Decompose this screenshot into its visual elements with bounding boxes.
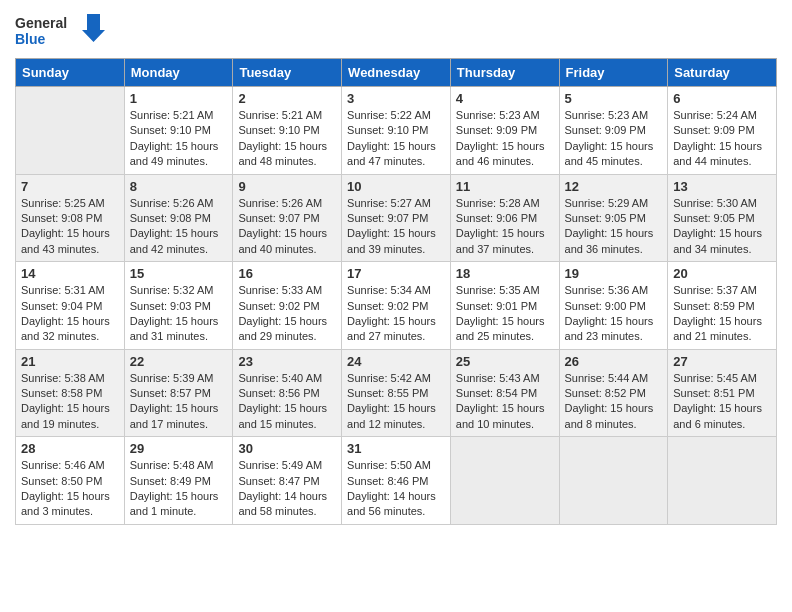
day-number: 3 [347,91,445,106]
calendar-cell: 4Sunrise: 5:23 AM Sunset: 9:09 PM Daylig… [450,87,559,175]
day-info: Sunrise: 5:43 AM Sunset: 8:54 PM Dayligh… [456,371,554,433]
weekday-header-saturday: Saturday [668,59,777,87]
calendar-cell: 15Sunrise: 5:32 AM Sunset: 9:03 PM Dayli… [124,262,233,350]
day-number: 8 [130,179,228,194]
day-number: 5 [565,91,663,106]
day-number: 10 [347,179,445,194]
day-number: 4 [456,91,554,106]
day-info: Sunrise: 5:38 AM Sunset: 8:58 PM Dayligh… [21,371,119,433]
calendar-cell: 12Sunrise: 5:29 AM Sunset: 9:05 PM Dayli… [559,174,668,262]
day-info: Sunrise: 5:31 AM Sunset: 9:04 PM Dayligh… [21,283,119,345]
day-number: 25 [456,354,554,369]
day-number: 30 [238,441,336,456]
calendar-week-row: 7Sunrise: 5:25 AM Sunset: 9:08 PM Daylig… [16,174,777,262]
calendar-week-row: 21Sunrise: 5:38 AM Sunset: 8:58 PM Dayli… [16,349,777,437]
day-number: 29 [130,441,228,456]
day-info: Sunrise: 5:23 AM Sunset: 9:09 PM Dayligh… [565,108,663,170]
calendar-week-row: 14Sunrise: 5:31 AM Sunset: 9:04 PM Dayli… [16,262,777,350]
calendar-cell: 21Sunrise: 5:38 AM Sunset: 8:58 PM Dayli… [16,349,125,437]
calendar-cell: 23Sunrise: 5:40 AM Sunset: 8:56 PM Dayli… [233,349,342,437]
day-info: Sunrise: 5:28 AM Sunset: 9:06 PM Dayligh… [456,196,554,258]
day-info: Sunrise: 5:35 AM Sunset: 9:01 PM Dayligh… [456,283,554,345]
weekday-header-sunday: Sunday [16,59,125,87]
svg-text:General: General [15,15,67,31]
svg-text:Blue: Blue [15,31,46,47]
day-info: Sunrise: 5:48 AM Sunset: 8:49 PM Dayligh… [130,458,228,520]
day-number: 13 [673,179,771,194]
day-info: Sunrise: 5:24 AM Sunset: 9:09 PM Dayligh… [673,108,771,170]
day-info: Sunrise: 5:33 AM Sunset: 9:02 PM Dayligh… [238,283,336,345]
day-number: 27 [673,354,771,369]
day-number: 21 [21,354,119,369]
day-number: 19 [565,266,663,281]
day-info: Sunrise: 5:46 AM Sunset: 8:50 PM Dayligh… [21,458,119,520]
calendar-cell [16,87,125,175]
day-number: 20 [673,266,771,281]
day-info: Sunrise: 5:45 AM Sunset: 8:51 PM Dayligh… [673,371,771,433]
weekday-header-row: SundayMondayTuesdayWednesdayThursdayFrid… [16,59,777,87]
day-number: 9 [238,179,336,194]
calendar-week-row: 1Sunrise: 5:21 AM Sunset: 9:10 PM Daylig… [16,87,777,175]
calendar-cell: 29Sunrise: 5:48 AM Sunset: 8:49 PM Dayli… [124,437,233,525]
day-info: Sunrise: 5:26 AM Sunset: 9:07 PM Dayligh… [238,196,336,258]
day-info: Sunrise: 5:37 AM Sunset: 8:59 PM Dayligh… [673,283,771,345]
day-number: 26 [565,354,663,369]
day-number: 15 [130,266,228,281]
day-number: 16 [238,266,336,281]
weekday-header-friday: Friday [559,59,668,87]
calendar-cell: 2Sunrise: 5:21 AM Sunset: 9:10 PM Daylig… [233,87,342,175]
day-info: Sunrise: 5:26 AM Sunset: 9:08 PM Dayligh… [130,196,228,258]
day-number: 1 [130,91,228,106]
calendar-cell: 24Sunrise: 5:42 AM Sunset: 8:55 PM Dayli… [342,349,451,437]
day-number: 18 [456,266,554,281]
calendar-cell: 16Sunrise: 5:33 AM Sunset: 9:02 PM Dayli… [233,262,342,350]
calendar-cell: 28Sunrise: 5:46 AM Sunset: 8:50 PM Dayli… [16,437,125,525]
weekday-header-monday: Monday [124,59,233,87]
day-info: Sunrise: 5:44 AM Sunset: 8:52 PM Dayligh… [565,371,663,433]
day-info: Sunrise: 5:42 AM Sunset: 8:55 PM Dayligh… [347,371,445,433]
calendar-cell: 9Sunrise: 5:26 AM Sunset: 9:07 PM Daylig… [233,174,342,262]
calendar-cell [668,437,777,525]
day-info: Sunrise: 5:36 AM Sunset: 9:00 PM Dayligh… [565,283,663,345]
day-number: 24 [347,354,445,369]
calendar-cell: 7Sunrise: 5:25 AM Sunset: 9:08 PM Daylig… [16,174,125,262]
day-info: Sunrise: 5:39 AM Sunset: 8:57 PM Dayligh… [130,371,228,433]
calendar-cell: 31Sunrise: 5:50 AM Sunset: 8:46 PM Dayli… [342,437,451,525]
calendar-cell: 6Sunrise: 5:24 AM Sunset: 9:09 PM Daylig… [668,87,777,175]
header: General Blue [15,10,777,50]
day-info: Sunrise: 5:40 AM Sunset: 8:56 PM Dayligh… [238,371,336,433]
logo: General Blue [15,10,105,50]
day-info: Sunrise: 5:30 AM Sunset: 9:05 PM Dayligh… [673,196,771,258]
day-number: 7 [21,179,119,194]
day-number: 12 [565,179,663,194]
day-info: Sunrise: 5:22 AM Sunset: 9:10 PM Dayligh… [347,108,445,170]
logo-icon: General Blue [15,10,105,50]
calendar-cell: 20Sunrise: 5:37 AM Sunset: 8:59 PM Dayli… [668,262,777,350]
calendar-cell: 5Sunrise: 5:23 AM Sunset: 9:09 PM Daylig… [559,87,668,175]
svg-marker-2 [82,14,105,42]
day-number: 17 [347,266,445,281]
day-number: 31 [347,441,445,456]
weekday-header-wednesday: Wednesday [342,59,451,87]
day-number: 11 [456,179,554,194]
day-number: 6 [673,91,771,106]
calendar-cell: 17Sunrise: 5:34 AM Sunset: 9:02 PM Dayli… [342,262,451,350]
calendar-table: SundayMondayTuesdayWednesdayThursdayFrid… [15,58,777,525]
calendar-cell: 11Sunrise: 5:28 AM Sunset: 9:06 PM Dayli… [450,174,559,262]
day-info: Sunrise: 5:25 AM Sunset: 9:08 PM Dayligh… [21,196,119,258]
day-info: Sunrise: 5:32 AM Sunset: 9:03 PM Dayligh… [130,283,228,345]
calendar-cell: 18Sunrise: 5:35 AM Sunset: 9:01 PM Dayli… [450,262,559,350]
day-info: Sunrise: 5:27 AM Sunset: 9:07 PM Dayligh… [347,196,445,258]
calendar-cell: 19Sunrise: 5:36 AM Sunset: 9:00 PM Dayli… [559,262,668,350]
day-number: 28 [21,441,119,456]
day-info: Sunrise: 5:23 AM Sunset: 9:09 PM Dayligh… [456,108,554,170]
calendar-cell: 1Sunrise: 5:21 AM Sunset: 9:10 PM Daylig… [124,87,233,175]
day-info: Sunrise: 5:21 AM Sunset: 9:10 PM Dayligh… [130,108,228,170]
day-info: Sunrise: 5:34 AM Sunset: 9:02 PM Dayligh… [347,283,445,345]
day-info: Sunrise: 5:50 AM Sunset: 8:46 PM Dayligh… [347,458,445,520]
day-info: Sunrise: 5:49 AM Sunset: 8:47 PM Dayligh… [238,458,336,520]
calendar-cell: 8Sunrise: 5:26 AM Sunset: 9:08 PM Daylig… [124,174,233,262]
day-number: 22 [130,354,228,369]
day-number: 23 [238,354,336,369]
calendar-cell: 13Sunrise: 5:30 AM Sunset: 9:05 PM Dayli… [668,174,777,262]
